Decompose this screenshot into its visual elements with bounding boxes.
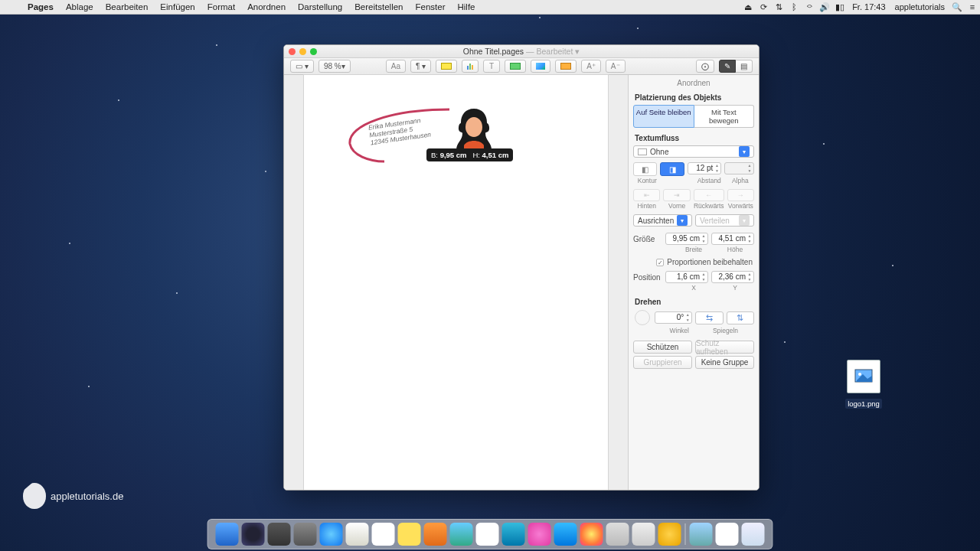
angle-field[interactable]: 0°▲▼	[655, 311, 692, 324]
dock-itunes-icon[interactable]	[528, 523, 551, 546]
wrap-dropdown[interactable]: Ohne ▾	[633, 145, 754, 158]
tips-button[interactable]: ⨀	[696, 60, 714, 73]
menubar-spotlight-icon[interactable]: 🔍	[949, 2, 965, 12]
order-back-button[interactable]: ⇤	[633, 189, 660, 201]
width-field[interactable]: 9,95 cm▲▼	[665, 233, 708, 245]
rotation-dial[interactable]	[635, 310, 650, 325]
paragraph-button[interactable]: ¶ ▾	[410, 60, 431, 73]
order-backward-button[interactable]: ←	[694, 189, 724, 201]
proportions-label: Proportionen beibehalten	[667, 258, 753, 266]
size-tooltip: B: 9,95 cm H: 4,51 cm	[426, 148, 513, 161]
dock-textedit-icon[interactable]	[346, 523, 369, 546]
inspector-toggle: ✎ ▤	[719, 60, 753, 73]
dock-pages-icon[interactable]	[658, 523, 681, 546]
apple-logo-icon	[23, 483, 46, 509]
menubar-wifi-icon[interactable]: ⌔	[802, 2, 817, 11]
view-menu-button[interactable]: ▭ ▾	[290, 60, 314, 73]
document-inspector-button[interactable]: ▤	[736, 60, 753, 73]
menu-anordnen[interactable]: Anordnen	[241, 2, 292, 11]
dock-document-icon[interactable]	[716, 523, 739, 546]
rotate-header: Drehen	[629, 296, 759, 308]
dock-mail-icon[interactable]	[502, 523, 525, 546]
highlight-button[interactable]	[436, 60, 457, 73]
menubar-notifications-icon[interactable]: ≡	[965, 2, 980, 11]
menu-ablage[interactable]: Ablage	[60, 2, 100, 11]
chart-button[interactable]	[462, 60, 479, 73]
dock-finder-icon[interactable]	[216, 523, 239, 546]
dock-safari-icon[interactable]	[320, 523, 343, 546]
menu-hilfe[interactable]: Hilfe	[452, 2, 482, 11]
dock-photos-icon[interactable]	[580, 523, 603, 546]
flip-horizontal-button[interactable]: ⇆	[695, 311, 723, 324]
dock-notes-icon[interactable]	[398, 523, 421, 546]
menubar-clock[interactable]: Fr. 17:43	[848, 2, 890, 11]
app-name[interactable]: Pages	[21, 2, 60, 11]
menubar-sync-icon[interactable]: ⇅	[771, 2, 786, 12]
desktop-file-logo[interactable]: logo1.png	[844, 360, 883, 409]
window-filename: Ohne Titel.pages	[463, 47, 524, 56]
dock-launchpad-icon[interactable]	[268, 523, 291, 546]
menu-fenster[interactable]: Fenster	[410, 2, 452, 11]
media-button[interactable]	[531, 60, 550, 73]
traffic-light-close[interactable]	[289, 48, 296, 55]
dock-downloads-icon[interactable]	[690, 523, 713, 546]
menubar-bluetooth-icon[interactable]: ᛒ	[786, 2, 802, 11]
menubar-volume-icon[interactable]: 🔊	[817, 2, 832, 12]
protect-button[interactable]: Schützen	[633, 341, 692, 354]
document-canvas[interactable]: Erika Mustermann Musterstraße 5 12345 Mu…	[284, 75, 629, 490]
menu-bearbeiten[interactable]: Bearbeiten	[100, 2, 155, 11]
flip-vertical-button[interactable]: ⇅	[727, 311, 754, 324]
traffic-light-minimize[interactable]	[299, 48, 306, 55]
font-bigger-button[interactable]: A⁺	[581, 60, 601, 73]
height-field[interactable]: 4,51 cm▲▼	[711, 233, 754, 245]
text-style-button[interactable]: Aa	[386, 60, 406, 73]
wrap-contour-both[interactable]: ◨	[660, 162, 684, 176]
traffic-light-zoom[interactable]	[310, 48, 317, 55]
dock-automator-icon[interactable]	[632, 523, 655, 546]
menu-einfuegen[interactable]: Einfügen	[154, 2, 201, 11]
menubar-drive-icon[interactable]: ⏏	[740, 2, 756, 12]
shape-button[interactable]	[505, 60, 526, 73]
placement-stay[interactable]: Auf Seite bleiben	[633, 105, 694, 128]
menubar-timemachine-icon[interactable]: ⟳	[756, 2, 771, 12]
dock-trash-icon[interactable]	[742, 523, 765, 546]
dock-calendar-icon[interactable]	[372, 523, 395, 546]
ungroup-button[interactable]: Keine Gruppe	[695, 356, 754, 369]
textbox-button[interactable]: T	[483, 60, 500, 73]
dock-settings-icon[interactable]	[294, 523, 317, 546]
logo-avatar	[453, 106, 495, 153]
svg-point-0	[466, 117, 482, 137]
group-button: Gruppieren	[633, 356, 692, 369]
menubar-user[interactable]: appletutorials	[890, 2, 949, 11]
inspector-title: Anordnen	[629, 75, 759, 92]
dock	[207, 519, 773, 549]
order-front-button[interactable]: ⇥	[663, 189, 690, 201]
menu-format[interactable]: Format	[201, 2, 241, 11]
placement-move-with-text[interactable]: Mit Text bewegen	[694, 105, 755, 128]
comment-button[interactable]	[555, 60, 577, 73]
menu-darstellung[interactable]: Darstellung	[292, 2, 348, 11]
wrap-contour-left[interactable]: ◧	[633, 162, 657, 176]
format-inspector-button[interactable]: ✎	[719, 60, 736, 73]
align-dropdown[interactable]: Ausrichten▾	[633, 214, 692, 227]
pos-y-field[interactable]: 2,36 cm▲▼	[711, 271, 754, 283]
menubar-battery-icon[interactable]: ▮▯	[832, 2, 848, 12]
alpha-field: ▲▼	[724, 162, 754, 174]
placement-seg: Auf Seite bleiben Mit Text bewegen	[633, 105, 754, 128]
page[interactable]: Erika Mustermann Musterstraße 5 12345 Mu…	[304, 75, 608, 490]
dock-keynote-icon[interactable]	[476, 523, 499, 546]
titlebar[interactable]: Ohne Titel.pages — Bearbeitet ▾	[284, 45, 759, 58]
dock-appstore-icon[interactable]	[554, 523, 577, 546]
dock-ibooks-icon[interactable]	[424, 523, 447, 546]
zoom-dropdown[interactable]: 98 % ▾	[318, 60, 351, 73]
font-smaller-button[interactable]: A⁻	[606, 60, 626, 73]
dock-numbers-icon[interactable]	[450, 523, 473, 546]
menu-bereitstellen[interactable]: Bereitstellen	[348, 2, 409, 11]
dock-preview-icon[interactable]	[606, 523, 629, 546]
dock-dashboard-icon[interactable]	[242, 523, 265, 546]
order-forward-button[interactable]: →	[727, 189, 754, 201]
spacing-field[interactable]: 12 pt▲▼	[688, 162, 721, 174]
placement-header: Platzierung des Objekts	[629, 92, 759, 103]
pos-x-field[interactable]: 1,6 cm▲▼	[665, 271, 708, 283]
proportions-checkbox[interactable]: ✓	[656, 259, 664, 266]
